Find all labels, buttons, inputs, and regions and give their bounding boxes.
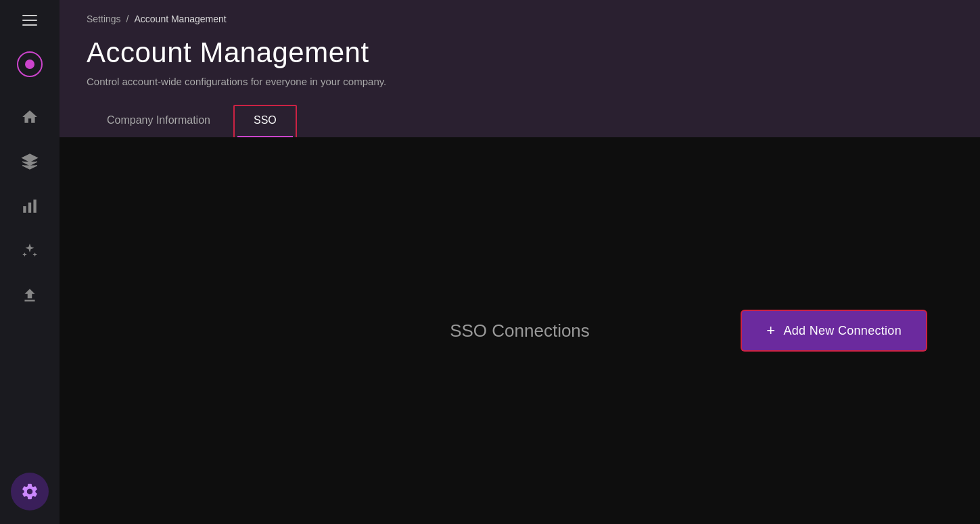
plus-icon: + — [766, 323, 775, 338]
sidebar-item-ar-vr[interactable] — [0, 139, 60, 184]
svg-rect-2 — [33, 199, 36, 213]
svg-rect-1 — [28, 203, 31, 213]
sidebar — [0, 0, 60, 524]
sidebar-nav — [0, 95, 60, 473]
add-connection-label: Add New Connection — [783, 324, 902, 338]
cube-icon — [21, 153, 39, 170]
sidebar-item-ai[interactable] — [0, 229, 60, 273]
upload-icon — [21, 287, 39, 304]
home-icon — [21, 108, 39, 126]
tab-company-information[interactable]: Company Information — [87, 108, 231, 137]
settings-button[interactable] — [11, 473, 49, 510]
logo-icon — [17, 51, 43, 77]
page-title: Account Management — [87, 37, 953, 69]
sso-connections-label: SSO Connections — [450, 320, 590, 341]
tab-sso[interactable]: SSO — [237, 108, 293, 137]
sso-content-area: SSO Connections + Add New Connection — [60, 137, 980, 524]
breadcrumb-parent[interactable]: Settings — [87, 14, 121, 24]
page-subtitle: Control account-wide configurations for … — [87, 76, 953, 87]
svg-rect-0 — [23, 206, 26, 213]
sidebar-item-analytics[interactable] — [0, 184, 60, 229]
breadcrumb-separator: / — [126, 14, 129, 24]
tab-bar: Company Information SSO — [87, 108, 953, 137]
sidebar-item-upload[interactable] — [0, 273, 60, 318]
sidebar-item-home[interactable] — [0, 95, 60, 139]
analytics-icon — [21, 197, 39, 215]
sparkles-icon — [21, 242, 39, 260]
gear-icon — [20, 482, 39, 501]
hamburger-icon — [22, 15, 37, 26]
hamburger-menu[interactable] — [0, 0, 60, 41]
breadcrumb: Settings / Account Management — [87, 14, 953, 24]
page-header: Settings / Account Management Account Ma… — [60, 0, 980, 137]
main-content: Settings / Account Management Account Ma… — [60, 0, 980, 524]
app-logo — [0, 41, 60, 88]
add-new-connection-button[interactable]: + Add New Connection — [742, 311, 926, 350]
breadcrumb-current: Account Management — [134, 14, 226, 24]
